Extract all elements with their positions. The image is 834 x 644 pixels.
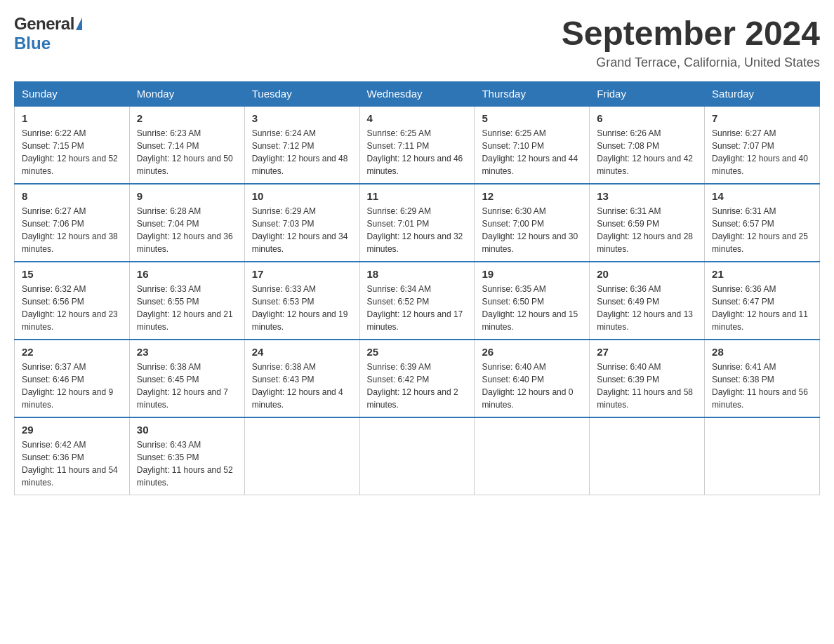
day-info: Sunrise: 6:43 AMSunset: 6:35 PMDaylight:… [137, 440, 233, 488]
calendar-week-row: 15 Sunrise: 6:32 AMSunset: 6:56 PMDaylig… [15, 262, 820, 340]
day-number: 10 [252, 190, 352, 202]
col-wednesday: Wednesday [359, 82, 475, 107]
table-row: 17 Sunrise: 6:33 AMSunset: 6:53 PMDaylig… [244, 262, 359, 340]
logo-triangle-icon [76, 18, 82, 30]
day-number: 1 [22, 112, 122, 124]
day-info: Sunrise: 6:27 AMSunset: 7:06 PMDaylight:… [22, 206, 118, 254]
day-number: 20 [597, 268, 697, 280]
table-row: 28 Sunrise: 6:41 AMSunset: 6:38 PMDaylig… [705, 340, 820, 417]
table-row: 24 Sunrise: 6:38 AMSunset: 6:43 PMDaylig… [244, 340, 359, 417]
table-row: 22 Sunrise: 6:37 AMSunset: 6:46 PMDaylig… [15, 340, 130, 417]
table-row: 7 Sunrise: 6:27 AMSunset: 7:07 PMDayligh… [705, 106, 820, 184]
table-row: 29 Sunrise: 6:42 AMSunset: 6:36 PMDaylig… [15, 417, 130, 495]
table-row [244, 417, 359, 495]
day-info: Sunrise: 6:41 AMSunset: 6:38 PMDaylight:… [712, 362, 808, 410]
table-row: 10 Sunrise: 6:29 AMSunset: 7:03 PMDaylig… [244, 184, 359, 262]
day-number: 14 [712, 190, 812, 202]
title-area: September 2024 Grand Terrace, California… [562, 14, 820, 70]
day-info: Sunrise: 6:39 AMSunset: 6:42 PMDaylight:… [367, 362, 458, 410]
calendar-header-row: Sunday Monday Tuesday Wednesday Thursday… [15, 82, 820, 107]
table-row: 8 Sunrise: 6:27 AMSunset: 7:06 PMDayligh… [15, 184, 130, 262]
table-row [475, 417, 590, 495]
day-number: 2 [137, 112, 237, 124]
day-info: Sunrise: 6:40 AMSunset: 6:40 PMDaylight:… [482, 362, 573, 410]
day-number: 17 [252, 268, 352, 280]
day-info: Sunrise: 6:34 AMSunset: 6:52 PMDaylight:… [367, 284, 463, 332]
day-number: 26 [482, 346, 582, 358]
day-info: Sunrise: 6:35 AMSunset: 6:50 PMDaylight:… [482, 284, 578, 332]
table-row: 30 Sunrise: 6:43 AMSunset: 6:35 PMDaylig… [129, 417, 244, 495]
col-monday: Monday [129, 82, 244, 107]
day-info: Sunrise: 6:36 AMSunset: 6:47 PMDaylight:… [712, 284, 808, 332]
day-info: Sunrise: 6:38 AMSunset: 6:45 PMDaylight:… [137, 362, 228, 410]
day-number: 28 [712, 346, 812, 358]
day-number: 3 [252, 112, 352, 124]
day-info: Sunrise: 6:29 AMSunset: 7:03 PMDaylight:… [252, 206, 348, 254]
table-row: 15 Sunrise: 6:32 AMSunset: 6:56 PMDaylig… [15, 262, 130, 340]
day-info: Sunrise: 6:36 AMSunset: 6:49 PMDaylight:… [597, 284, 693, 332]
day-number: 4 [367, 112, 468, 124]
col-tuesday: Tuesday [244, 82, 359, 107]
calendar-week-row: 29 Sunrise: 6:42 AMSunset: 6:36 PMDaylig… [15, 417, 820, 495]
table-row: 27 Sunrise: 6:40 AMSunset: 6:39 PMDaylig… [590, 340, 705, 417]
table-row: 13 Sunrise: 6:31 AMSunset: 6:59 PMDaylig… [590, 184, 705, 262]
day-info: Sunrise: 6:42 AMSunset: 6:36 PMDaylight:… [22, 440, 118, 488]
day-info: Sunrise: 6:25 AMSunset: 7:10 PMDaylight:… [482, 128, 578, 176]
table-row: 1 Sunrise: 6:22 AMSunset: 7:15 PMDayligh… [15, 106, 130, 184]
day-info: Sunrise: 6:24 AMSunset: 7:12 PMDaylight:… [252, 128, 348, 176]
col-saturday: Saturday [705, 82, 820, 107]
table-row: 21 Sunrise: 6:36 AMSunset: 6:47 PMDaylig… [705, 262, 820, 340]
table-row: 4 Sunrise: 6:25 AMSunset: 7:11 PMDayligh… [359, 106, 475, 184]
day-number: 7 [712, 112, 812, 124]
table-row: 2 Sunrise: 6:23 AMSunset: 7:14 PMDayligh… [129, 106, 244, 184]
table-row: 14 Sunrise: 6:31 AMSunset: 6:57 PMDaylig… [705, 184, 820, 262]
table-row: 3 Sunrise: 6:24 AMSunset: 7:12 PMDayligh… [244, 106, 359, 184]
day-info: Sunrise: 6:33 AMSunset: 6:55 PMDaylight:… [137, 284, 233, 332]
day-info: Sunrise: 6:40 AMSunset: 6:39 PMDaylight:… [597, 362, 693, 410]
day-number: 19 [482, 268, 582, 280]
table-row: 12 Sunrise: 6:30 AMSunset: 7:00 PMDaylig… [475, 184, 590, 262]
day-number: 8 [22, 190, 122, 202]
logo: General Blue [14, 14, 82, 53]
day-number: 18 [367, 268, 468, 280]
day-info: Sunrise: 6:27 AMSunset: 7:07 PMDaylight:… [712, 128, 808, 176]
day-number: 16 [137, 268, 237, 280]
day-info: Sunrise: 6:22 AMSunset: 7:15 PMDaylight:… [22, 128, 118, 176]
table-row: 5 Sunrise: 6:25 AMSunset: 7:10 PMDayligh… [475, 106, 590, 184]
calendar-week-row: 8 Sunrise: 6:27 AMSunset: 7:06 PMDayligh… [15, 184, 820, 262]
table-row [590, 417, 705, 495]
table-row: 9 Sunrise: 6:28 AMSunset: 7:04 PMDayligh… [129, 184, 244, 262]
day-info: Sunrise: 6:23 AMSunset: 7:14 PMDaylight:… [137, 128, 233, 176]
day-info: Sunrise: 6:31 AMSunset: 6:59 PMDaylight:… [597, 206, 693, 254]
day-number: 12 [482, 190, 582, 202]
table-row: 20 Sunrise: 6:36 AMSunset: 6:49 PMDaylig… [590, 262, 705, 340]
day-number: 9 [137, 190, 237, 202]
day-info: Sunrise: 6:25 AMSunset: 7:11 PMDaylight:… [367, 128, 463, 176]
calendar-week-row: 22 Sunrise: 6:37 AMSunset: 6:46 PMDaylig… [15, 340, 820, 417]
day-number: 25 [367, 346, 468, 358]
day-info: Sunrise: 6:37 AMSunset: 6:46 PMDaylight:… [22, 362, 113, 410]
day-number: 11 [367, 190, 468, 202]
col-thursday: Thursday [475, 82, 590, 107]
calendar-table: Sunday Monday Tuesday Wednesday Thursday… [14, 81, 820, 495]
table-row: 11 Sunrise: 6:29 AMSunset: 7:01 PMDaylig… [359, 184, 475, 262]
logo-general-text: General [14, 14, 74, 34]
day-info: Sunrise: 6:32 AMSunset: 6:56 PMDaylight:… [22, 284, 118, 332]
day-info: Sunrise: 6:30 AMSunset: 7:00 PMDaylight:… [482, 206, 578, 254]
day-number: 24 [252, 346, 352, 358]
page-header: General Blue September 2024 Grand Terrac… [14, 14, 820, 70]
table-row [705, 417, 820, 495]
table-row: 18 Sunrise: 6:34 AMSunset: 6:52 PMDaylig… [359, 262, 475, 340]
table-row: 6 Sunrise: 6:26 AMSunset: 7:08 PMDayligh… [590, 106, 705, 184]
day-info: Sunrise: 6:29 AMSunset: 7:01 PMDaylight:… [367, 206, 463, 254]
table-row: 26 Sunrise: 6:40 AMSunset: 6:40 PMDaylig… [475, 340, 590, 417]
col-friday: Friday [590, 82, 705, 107]
day-number: 30 [137, 424, 237, 436]
table-row: 19 Sunrise: 6:35 AMSunset: 6:50 PMDaylig… [475, 262, 590, 340]
table-row: 25 Sunrise: 6:39 AMSunset: 6:42 PMDaylig… [359, 340, 475, 417]
day-number: 5 [482, 112, 582, 124]
day-info: Sunrise: 6:31 AMSunset: 6:57 PMDaylight:… [712, 206, 808, 254]
table-row: 23 Sunrise: 6:38 AMSunset: 6:45 PMDaylig… [129, 340, 244, 417]
day-number: 6 [597, 112, 697, 124]
day-info: Sunrise: 6:33 AMSunset: 6:53 PMDaylight:… [252, 284, 348, 332]
